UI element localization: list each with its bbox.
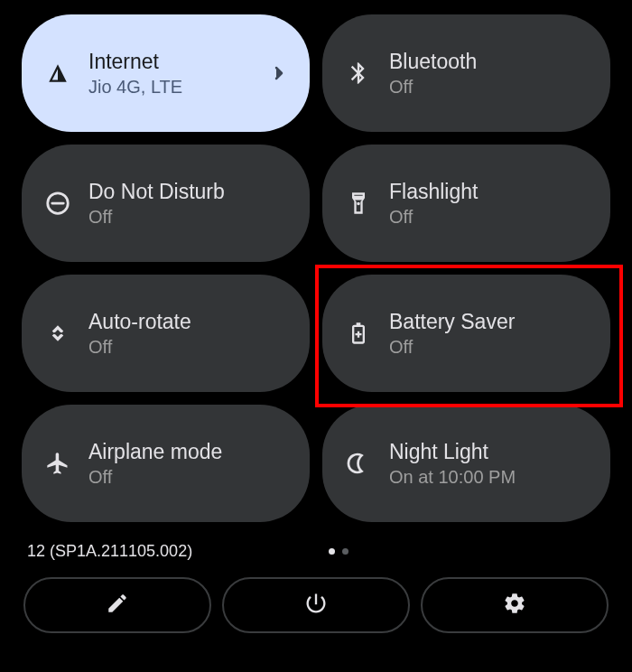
tile-title: Airplane mode — [88, 439, 290, 466]
dnd-icon — [43, 189, 72, 218]
tile-subtitle: Off — [88, 337, 290, 358]
tile-subtitle: On at 10:00 PM — [389, 467, 590, 488]
tile-internet[interactable]: Internet Jio 4G, LTE — [22, 14, 310, 132]
page-dot — [342, 548, 349, 555]
tile-dnd[interactable]: Do Not Disturb Off — [22, 145, 310, 262]
chevron-right-icon — [268, 62, 290, 84]
tile-night-light[interactable]: Night Light On at 10:00 PM — [322, 405, 610, 522]
tile-subtitle: Off — [88, 207, 290, 228]
battery-icon — [344, 319, 373, 348]
tile-subtitle: Off — [389, 207, 590, 228]
tile-battery-saver[interactable]: Battery Saver Off — [322, 275, 610, 392]
airplane-icon — [43, 449, 72, 478]
tile-subtitle: Jio 4G, LTE — [88, 77, 268, 98]
page-indicator[interactable] — [329, 548, 349, 555]
power-icon — [303, 591, 329, 620]
tile-subtitle: Off — [88, 467, 290, 488]
tile-title: Bluetooth — [389, 49, 590, 76]
bottom-buttons — [22, 577, 610, 633]
page-dot — [329, 548, 335, 555]
bluetooth-icon — [344, 59, 373, 88]
edit-icon — [106, 592, 129, 619]
quick-settings-grid: Internet Jio 4G, LTE Bluetooth Off Do No… — [22, 14, 610, 522]
build-text: 12 (SP1A.211105.002) — [27, 542, 605, 561]
nightlight-icon — [344, 449, 373, 478]
signal-icon — [43, 59, 72, 88]
tile-title: Battery Saver — [389, 309, 590, 336]
tile-title: Do Not Disturb — [88, 179, 290, 206]
settings-button[interactable] — [421, 577, 609, 633]
tile-title: Internet — [88, 49, 268, 76]
tile-title: Night Light — [389, 439, 590, 466]
tile-title: Flashlight — [389, 179, 590, 206]
power-button[interactable] — [222, 577, 410, 633]
autorotate-icon — [43, 319, 72, 348]
tile-autorotate[interactable]: Auto-rotate Off — [22, 275, 310, 392]
edit-button[interactable] — [23, 577, 211, 633]
tile-subtitle: Off — [389, 337, 590, 358]
tile-title: Auto-rotate — [88, 309, 290, 336]
flashlight-icon — [344, 189, 373, 218]
tile-flashlight[interactable]: Flashlight Off — [322, 145, 610, 262]
tile-subtitle: Off — [389, 77, 590, 98]
settings-icon — [503, 592, 526, 619]
tile-bluetooth[interactable]: Bluetooth Off — [322, 14, 610, 132]
footer-row: 12 (SP1A.211105.002) — [22, 542, 610, 561]
tile-airplane[interactable]: Airplane mode Off — [22, 405, 310, 522]
